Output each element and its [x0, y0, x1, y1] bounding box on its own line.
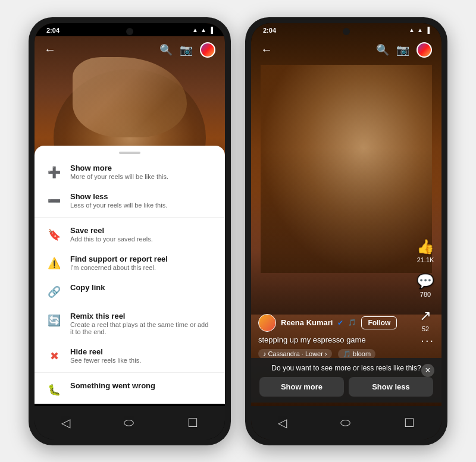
scene: 2:04 ▲ ▲ ▐ ← 🔍 📷: [0, 0, 476, 462]
menu-item-hide-reel[interactable]: ✖ Hide reel See fewer reels like this.: [35, 341, 225, 370]
save-reel-icon: 🔖: [46, 227, 62, 243]
status-icons-right: ▲ ▲ ▐: [409, 27, 430, 33]
find-support-title: Find support or report reel: [70, 254, 168, 263]
nav-square-right[interactable]: ☐: [404, 416, 415, 430]
phone-left: 2:04 ▲ ▲ ▐ ← 🔍 📷: [29, 17, 231, 445]
bug-icon: 🐛: [46, 382, 62, 398]
nav-square-left[interactable]: ☐: [187, 416, 198, 430]
menu-item-save-reel[interactable]: 🔖 Save reel Add this to your saved reels…: [35, 220, 225, 249]
time-right: 2:04: [263, 27, 276, 34]
feedback-question: Do you want to see more or less reels li…: [259, 364, 433, 372]
bottom-nav-right: ◁ ⬭ ☐: [251, 406, 441, 439]
reel-info: Reena Kumari ✔ 🎵 Follow stepping up my e…: [258, 314, 406, 359]
camera-icon-left[interactable]: 📷: [180, 43, 193, 56]
comment-group: 💬 780: [416, 273, 434, 298]
nav-back-right[interactable]: ◁: [278, 416, 287, 430]
nav-icons-left: 🔍 📷: [159, 42, 215, 58]
copy-link-title: Copy link: [70, 283, 105, 292]
hands-visual-left: [73, 57, 187, 137]
remix-subtitle: Create a reel that plays at the same tim…: [70, 321, 213, 335]
user-avatar: [258, 314, 276, 332]
hide-reel-title: Hide reel: [70, 347, 141, 356]
divider-1: [35, 217, 225, 218]
avatar-right[interactable]: [416, 42, 432, 58]
music-note-icon: 🎵: [348, 319, 356, 326]
like-group: 👍 21.1K: [416, 238, 434, 263]
copy-link-icon: 🔗: [46, 284, 62, 300]
wifi-icon-right: ▲: [417, 27, 423, 33]
find-support-subtitle: I'm concerned about this reel.: [70, 264, 168, 271]
more-options-button[interactable]: ···: [421, 334, 434, 347]
remix-title: Remix this reel: [70, 312, 213, 320]
show-less-title: Show less: [70, 192, 167, 201]
phone-right: 2:04 ▲ ▲ ▐ ← 🔍 📷 👍: [245, 17, 447, 445]
verified-icon: ✔: [337, 319, 343, 327]
sheet-handle: [119, 152, 140, 154]
feedback-bar: × Do you want to see more or less reels …: [251, 358, 441, 403]
user-name: Reena Kumari: [281, 318, 333, 327]
bottom-sheet: ➕ Show more More of your reels will be l…: [35, 146, 225, 404]
wifi-icon: ▲: [201, 27, 206, 33]
share-group: ↗ 52: [419, 307, 431, 332]
time-left: 2:04: [46, 27, 60, 34]
back-button-left[interactable]: ←: [44, 43, 56, 56]
music-tag-1[interactable]: ♪ Cassandra · Lower ›: [258, 349, 332, 359]
like-count: 21.1K: [417, 256, 434, 263]
comment-icon[interactable]: 💬: [416, 273, 434, 290]
nav-home-right[interactable]: ⬭: [340, 416, 350, 429]
search-icon-left[interactable]: 🔍: [159, 43, 173, 56]
menu-item-something-wrong[interactable]: 🐛 Something went wrong: [35, 375, 225, 404]
battery-icon: ▐: [209, 27, 213, 33]
menu-item-show-less[interactable]: ➖ Show less Less of your reels will be l…: [35, 186, 225, 215]
remix-icon: 🔄: [46, 313, 62, 328]
camera-notch-right: [343, 28, 350, 35]
reel-caption: stepping up my espresso game: [258, 335, 406, 344]
action-icons: 👍 21.1K 💬 780 ↗ 52: [416, 238, 434, 332]
menu-item-copy-link[interactable]: 🔗 Copy link: [35, 277, 225, 306]
camera-notch: [126, 28, 133, 35]
feedback-buttons: Show more Show less: [259, 377, 433, 397]
camera-icon-right[interactable]: 📷: [396, 43, 409, 56]
show-more-title: Show more: [70, 164, 168, 172]
save-reel-title: Save reel: [70, 226, 153, 235]
battery-icon-right: ▐: [425, 27, 430, 33]
signal-icon-right: ▲: [409, 27, 415, 33]
show-more-icon: ➕: [46, 165, 62, 180]
like-icon[interactable]: 👍: [416, 238, 434, 255]
hide-reel-subtitle: See fewer reels like this.: [70, 357, 141, 364]
hide-reel-icon: ✖: [46, 348, 62, 364]
follow-button[interactable]: Follow: [361, 316, 397, 329]
menu-item-remix[interactable]: 🔄 Remix this reel Create a reel that pla…: [35, 306, 225, 341]
search-icon-right[interactable]: 🔍: [376, 43, 389, 56]
show-less-subtitle: Less of your reels will be like this.: [70, 202, 167, 209]
save-reel-subtitle: Add this to your saved reels.: [70, 235, 153, 243]
comment-count: 780: [420, 291, 431, 298]
avatar-left[interactable]: [200, 42, 215, 58]
show-more-button[interactable]: Show more: [259, 377, 344, 397]
show-more-subtitle: More of your reels will be like this.: [70, 173, 168, 180]
find-support-icon: ⚠️: [46, 256, 62, 271]
show-less-icon: ➖: [46, 193, 62, 209]
feedback-close-button[interactable]: ×: [421, 364, 434, 377]
status-icons-left: ▲ ▲ ▐: [192, 27, 213, 33]
divider-2: [35, 372, 225, 373]
menu-item-show-more[interactable]: ➕ Show more More of your reels will be l…: [35, 158, 225, 186]
something-wrong-title: Something went wrong: [70, 381, 155, 390]
nav-icons-right: 🔍 📷: [376, 42, 432, 58]
share-count: 52: [422, 325, 429, 332]
back-button-right[interactable]: ←: [261, 43, 273, 56]
share-icon[interactable]: ↗: [419, 307, 431, 324]
user-row: Reena Kumari ✔ 🎵 Follow: [258, 314, 406, 332]
bottom-nav-left: ◁ ⬭ ☐: [35, 406, 225, 439]
menu-item-find-support[interactable]: ⚠️ Find support or report reel I'm conce…: [35, 249, 225, 277]
nav-home-left[interactable]: ⬭: [124, 416, 134, 429]
signal-icon: ▲: [192, 27, 198, 33]
show-less-button[interactable]: Show less: [349, 377, 433, 397]
nav-back-left[interactable]: ◁: [61, 416, 70, 430]
